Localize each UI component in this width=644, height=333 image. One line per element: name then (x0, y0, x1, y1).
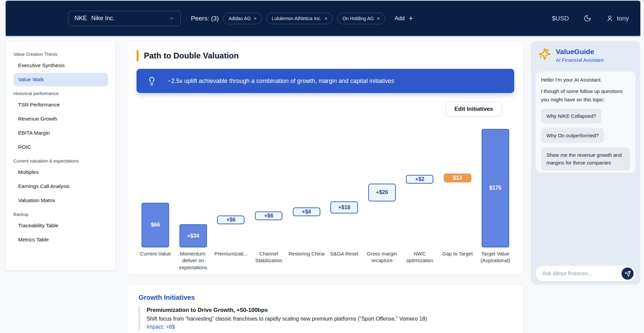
growth-item-impact: Impact: +6$ (147, 324, 512, 330)
assistant-header: ValueGuide AI Financial Assistant (536, 47, 636, 63)
sidebar-item-multiples[interactable]: Multiples (13, 165, 108, 179)
waterfall-bar[interactable]: +$6 (217, 216, 245, 224)
suggestion-chip[interactable]: Why NIKE Collapsed? (541, 108, 601, 124)
dark-mode-toggle[interactable] (584, 14, 591, 22)
company-name: Nike Inc. (91, 15, 115, 22)
waterfall-bar[interactable]: +$18 (330, 201, 358, 213)
bar-value-label: +$6 (226, 217, 235, 223)
peer-chip-label: On Holding AG (342, 16, 374, 21)
company-ticker: NKE (74, 15, 87, 22)
category-label: Current Value (137, 247, 174, 257)
growth-item-title: Premiumization to Drive Growth, +50-100b… (147, 307, 512, 314)
waterfall-columns: $66Current Value+$34Momentum: deliver on… (137, 121, 514, 272)
growth-initiatives-card: Growth Initiatives Premiumization to Dri… (127, 285, 524, 333)
sidebar-section-header: Backup (13, 212, 108, 217)
category-label: NWC optimization (401, 247, 439, 264)
company-selector[interactable]: NKE Nike Inc. (68, 11, 181, 26)
bar-area: +$6 (250, 121, 288, 247)
waterfall-column: $175Target Value (Aspirational) (476, 121, 514, 272)
bar-area: $13 (439, 121, 477, 247)
bar-area: $66 (137, 121, 174, 247)
sidebar-item-executive-synthesis[interactable]: Executive Synthesis (13, 59, 108, 72)
user-icon (606, 15, 613, 22)
waterfall-bar[interactable]: +$2 (406, 175, 433, 184)
page-title: Path to Double Valuation (144, 51, 239, 60)
waterfall-column: +$26Gross margin recapture (363, 121, 401, 272)
waterfall-bar[interactable]: +$34 (179, 224, 207, 247)
sidebar-item-roic[interactable]: ROIC (13, 140, 108, 154)
bar-value-label: +$6 (264, 213, 273, 219)
waterfall-bar[interactable]: +$4 (293, 207, 320, 216)
bar-value-label: $175 (489, 185, 501, 191)
category-label: Channel Stabilization (250, 247, 288, 264)
chevron-down-icon (169, 16, 174, 21)
sidebar-item-revenue-growth[interactable]: Revenue Growth (13, 112, 108, 126)
waterfall-bar[interactable]: $175 (482, 129, 509, 248)
suggestion-chip[interactable]: Show me the revenue growth and margins f… (541, 147, 630, 171)
bar-area: +$6 (212, 121, 250, 247)
edit-row: Edit Initiatives (137, 102, 502, 116)
waterfall-column: $66Current Value (137, 121, 174, 272)
sidebar-item-earnings-call-analysis[interactable]: Earnings Call Analysis (13, 180, 108, 193)
currency-toggle[interactable]: $USD (552, 15, 569, 22)
chat-input[interactable] (542, 271, 622, 277)
sidebar-item-tsr-performance[interactable]: TSR Performance (13, 98, 108, 111)
username: tony (617, 15, 629, 22)
title-row: Path to Double Valuation (137, 50, 514, 61)
bar-area: +$26 (363, 121, 401, 247)
sidebar-item-ebita-margin[interactable]: EBITA Margin (13, 126, 108, 140)
growth-item: Premiumization to Drive Growth, +50-100b… (139, 307, 512, 330)
bar-value-label: $13 (453, 175, 462, 181)
assistant-message: Hello! I'm your AI Assistant. I though o… (536, 72, 636, 173)
sidebar-item-valuation-matrix[interactable]: Valuation Matrix (13, 194, 108, 207)
bar-value-label: +$18 (338, 204, 350, 210)
chat-input-row (536, 266, 636, 281)
sidebar-nav: Value Creation ThesisExecutive Synthesis… (6, 42, 116, 271)
category-label: Restoring China (287, 247, 325, 257)
bar-area: $175 (476, 121, 514, 247)
peer-chip[interactable]: On Holding AG× (337, 13, 385, 24)
assistant-title: ValueGuide (556, 48, 604, 56)
peer-chip-label: Adidas AG (228, 16, 251, 21)
moon-icon (584, 14, 591, 22)
growth-item-list: Premiumization to Drive Growth, +50-100b… (139, 307, 512, 330)
category-label: Momentum: deliver on expectations (174, 247, 212, 271)
peer-chip[interactable]: Lululemon Athletica Inc.× (266, 13, 333, 24)
waterfall-bar[interactable]: +$26 (368, 184, 396, 201)
send-button[interactable] (622, 268, 634, 280)
waterfall-column: +$34Momentum: deliver on expectations (174, 121, 212, 272)
category-label: S&GA Reset (325, 247, 363, 257)
sidebar-item-value-walk[interactable]: Value Walk (13, 73, 108, 86)
bar-area: +$34 (174, 121, 212, 247)
waterfall-column: +$4Restoring China (287, 121, 325, 272)
peer-chip[interactable]: Adidas AG× (223, 13, 262, 24)
peer-chip-label: Lululemon Athletica Inc. (272, 16, 321, 21)
sidebar-item-traceability-table[interactable]: Traceability Table (13, 219, 108, 232)
navbar-right: $USD tony (552, 14, 629, 22)
user-menu[interactable]: tony (606, 15, 629, 22)
waterfall-bar[interactable]: $13 (444, 174, 471, 182)
growth-heading: Growth Initiatives (139, 294, 512, 301)
close-icon[interactable]: × (377, 16, 380, 21)
waterfall-bar[interactable]: +$6 (255, 211, 282, 220)
bar-value-label: +$26 (376, 189, 388, 195)
edit-initiatives-button[interactable]: Edit Initiatives (445, 102, 502, 116)
insight-banner: ~2.5x uplift achievable through a combin… (137, 69, 514, 93)
waterfall-column: $13Gap to Target (439, 121, 477, 272)
ai-assistant-panel: ValueGuide AI Financial Assistant Hello!… (531, 41, 640, 285)
sparkles-icon (538, 48, 551, 60)
bar-value-label: +$34 (187, 233, 199, 239)
add-peer-button[interactable]: Add + (394, 14, 413, 23)
title-accent-bar (137, 50, 139, 61)
plus-icon: + (409, 14, 413, 23)
bar-value-label: $66 (151, 222, 160, 228)
suggestion-chip[interactable]: Why On outperformed? (541, 128, 604, 143)
assistant-followup-intro: I though of some follow up questions you… (541, 87, 630, 104)
sidebar-item-metrics-table[interactable]: Metrics Table (13, 233, 108, 246)
waterfall-bar[interactable]: $66 (142, 203, 169, 247)
insight-text: ~2.5x uplift achievable through a combin… (168, 78, 394, 85)
close-icon[interactable]: × (324, 16, 327, 21)
send-icon (625, 271, 631, 277)
close-icon[interactable]: × (254, 16, 257, 21)
peer-chip-list: Adidas AG×Lululemon Athletica Inc.×On Ho… (219, 13, 385, 24)
